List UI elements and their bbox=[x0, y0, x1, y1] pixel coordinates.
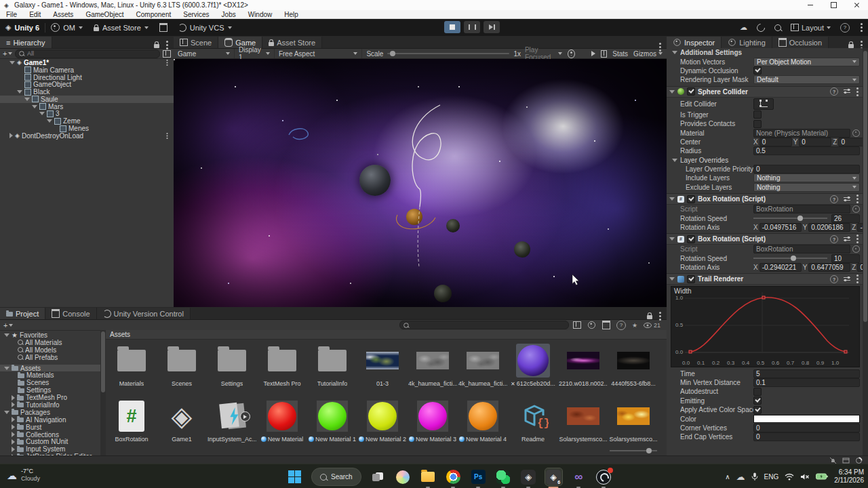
search-icon[interactable] bbox=[774, 24, 781, 31]
hierarchy-item[interactable]: GameObject bbox=[0, 81, 174, 88]
chrome-button[interactable] bbox=[445, 468, 462, 485]
tab-project[interactable]: Project bbox=[0, 308, 45, 319]
close-button[interactable] bbox=[845, 0, 868, 10]
object-picker-icon[interactable] bbox=[852, 205, 860, 213]
asset-item[interactable]: New Material 2 bbox=[357, 397, 408, 453]
step-button[interactable] bbox=[484, 21, 500, 33]
search-by-type-icon[interactable] bbox=[573, 321, 581, 329]
hierarchy-item[interactable]: Zeme bbox=[0, 117, 174, 125]
material-object-field[interactable]: None (Physics Material) bbox=[753, 129, 850, 138]
cloud-services-icon[interactable]: ☁ bbox=[740, 23, 747, 32]
asset-item[interactable]: 01-3 bbox=[357, 342, 408, 397]
component-menu-icon[interactable] bbox=[856, 198, 859, 200]
item-menu-icon[interactable] bbox=[166, 62, 167, 63]
asset-item[interactable]: New Material bbox=[257, 397, 307, 453]
hierarchy-item[interactable]: Mars bbox=[0, 103, 174, 110]
volume-muted-icon[interactable] bbox=[800, 473, 810, 481]
center-x-field[interactable]: 0 bbox=[760, 138, 792, 146]
asset-item[interactable]: 2210.w018.n002... bbox=[558, 342, 608, 397]
tree-packages[interactable]: Packages bbox=[0, 409, 100, 416]
wifi-icon[interactable] bbox=[785, 473, 794, 481]
rotation-speed-field[interactable]: 10 bbox=[831, 254, 860, 263]
presets-icon[interactable] bbox=[844, 197, 850, 202]
asset-item[interactable]: Solarsystemsco... bbox=[608, 397, 658, 453]
mute-audio-icon[interactable] bbox=[591, 51, 595, 56]
start-button[interactable] bbox=[286, 468, 303, 485]
box-rotation-1-header[interactable]: # Box Rotation (Script) ? bbox=[667, 193, 863, 205]
time-field[interactable]: 5 bbox=[753, 369, 860, 378]
tree-item[interactable]: Custom NUnit bbox=[0, 438, 100, 445]
toolbar-menu-icon[interactable] bbox=[861, 26, 863, 28]
asset-item[interactable]: Materials bbox=[106, 342, 157, 397]
tray-chevron-up-icon[interactable]: ∧ bbox=[725, 473, 730, 481]
green-app-button[interactable] bbox=[495, 468, 512, 485]
task-view-button[interactable] bbox=[370, 468, 387, 485]
help-icon[interactable]: ? bbox=[830, 235, 838, 243]
component-enabled-checkbox[interactable] bbox=[687, 195, 695, 203]
tree-item[interactable]: Settings bbox=[0, 386, 100, 394]
is-trigger-checkbox[interactable] bbox=[753, 110, 762, 119]
asset-item[interactable]: 4k_haumea_ficti... bbox=[408, 342, 458, 397]
frame-debugger-icon[interactable] bbox=[568, 49, 575, 58]
visible-packages-count[interactable]: 21 bbox=[644, 322, 660, 329]
scale-slider[interactable] bbox=[387, 53, 509, 54]
axis-y-field[interactable]: 0.0206186 bbox=[808, 223, 850, 232]
unity-editor-button[interactable]: ◈6 bbox=[545, 468, 562, 485]
foldout-icon[interactable] bbox=[47, 119, 52, 123]
microphone-icon[interactable] bbox=[751, 472, 758, 481]
asset-item-selected[interactable]: ✕612c5eb20d... bbox=[508, 342, 558, 397]
rotation-speed-field[interactable]: 26 bbox=[831, 214, 860, 223]
asset-item[interactable]: #BoxRotation bbox=[106, 397, 157, 453]
component-enabled-checkbox[interactable] bbox=[687, 87, 695, 96]
battery-icon[interactable] bbox=[816, 473, 828, 480]
foldout-icon[interactable] bbox=[39, 112, 45, 115]
onedrive-icon[interactable]: ☁ bbox=[736, 472, 745, 482]
tree-assets[interactable]: Assets bbox=[0, 365, 100, 372]
center-y-field[interactable]: 0 bbox=[799, 138, 831, 146]
hierarchy-item[interactable]: Main Camera bbox=[0, 66, 174, 74]
gizmos-dropdown[interactable]: Gizmos bbox=[633, 50, 663, 58]
add-object-button[interactable]: + bbox=[3, 49, 12, 58]
lock-icon[interactable] bbox=[154, 44, 159, 48]
tree-item[interactable]: TextMesh Pro bbox=[0, 394, 100, 401]
help-icon[interactable]: ? bbox=[830, 195, 838, 203]
edit-collider-button[interactable] bbox=[753, 98, 774, 110]
console-status-icon[interactable] bbox=[842, 457, 850, 464]
tab-occlusion[interactable]: Occlusion bbox=[772, 37, 829, 48]
search-by-label-icon[interactable] bbox=[588, 321, 595, 329]
foldout-icon[interactable] bbox=[9, 61, 15, 64]
menu-jobs[interactable]: Jobs bbox=[216, 11, 242, 18]
tab-asset-store[interactable]: Asset Store bbox=[262, 37, 322, 48]
copilot-button[interactable] bbox=[395, 468, 412, 485]
apply-color-space-checkbox[interactable] bbox=[753, 406, 762, 414]
dynamic-occlusion-checkbox[interactable] bbox=[753, 66, 762, 75]
asset-item[interactable]: 4k_haumea_ficti... bbox=[458, 342, 508, 397]
presets-icon[interactable] bbox=[844, 277, 850, 282]
layout-dropdown[interactable]: Layout bbox=[791, 24, 831, 32]
asset-item[interactable]: New Material 1 bbox=[307, 397, 357, 453]
clock-widget[interactable]: 6:34 PM 2/11/2026 bbox=[834, 468, 864, 485]
undo-history-icon[interactable] bbox=[755, 22, 767, 33]
maximize-button[interactable] bbox=[822, 0, 845, 10]
foldout-icon[interactable] bbox=[17, 90, 22, 94]
star-icon[interactable]: ★ bbox=[632, 322, 637, 329]
component-menu-icon[interactable] bbox=[856, 91, 859, 93]
asset-item[interactable]: Scenes bbox=[157, 342, 207, 397]
rotation-speed-slider[interactable] bbox=[753, 258, 827, 259]
background-tasks-icon[interactable] bbox=[855, 457, 863, 464]
asset-item[interactable]: ◈Game1 bbox=[157, 397, 207, 453]
panel-menu-icon[interactable] bbox=[166, 44, 168, 46]
sphere-collider-header[interactable]: Sphere Collider ? bbox=[667, 86, 863, 98]
unity-vcs-dropdown[interactable]: Unity VCS bbox=[173, 24, 237, 32]
inspector-scrollbar[interactable] bbox=[863, 48, 868, 455]
hierarchy-search[interactable] bbox=[15, 49, 160, 58]
autodestruct-checkbox[interactable] bbox=[753, 388, 762, 396]
tree-item[interactable]: TutorialInfo bbox=[0, 401, 100, 409]
asset-item[interactable]: Settings bbox=[207, 342, 257, 397]
item-menu-icon[interactable] bbox=[166, 135, 167, 136]
help-icon[interactable]: ? bbox=[830, 87, 838, 96]
component-menu-icon[interactable] bbox=[856, 278, 859, 280]
help-icon[interactable]: ? bbox=[830, 275, 838, 283]
emitting-checkbox[interactable] bbox=[753, 396, 762, 405]
provides-contacts-checkbox[interactable] bbox=[753, 120, 762, 128]
